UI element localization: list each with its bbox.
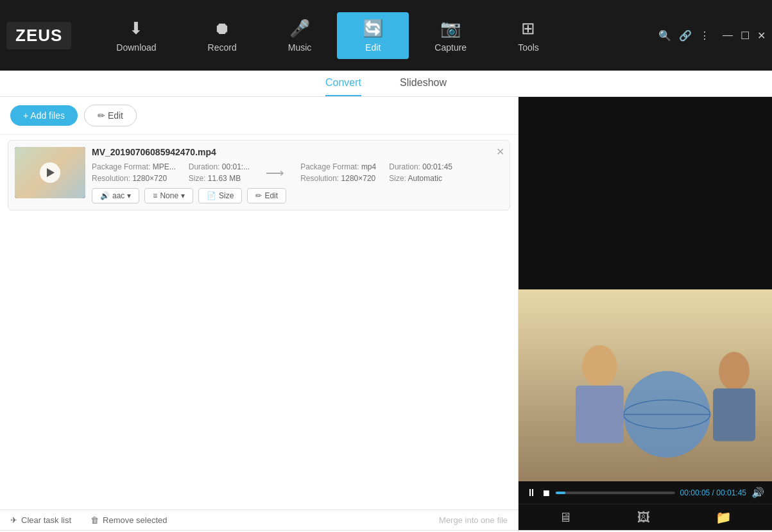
subtitle-dropdown-icon: ▾ <box>181 191 185 200</box>
nav-item-music-label: Music <box>288 42 312 53</box>
nav-item-tools[interactable]: ⊞ Tools <box>492 12 565 59</box>
nav-item-capture-label: Capture <box>434 42 467 53</box>
share-icon[interactable]: 🔗 <box>679 30 692 42</box>
time-display: 00:00:05 / 00:01:45 <box>680 488 746 497</box>
download-icon: ⬇ <box>129 19 143 39</box>
remove-label: Remove selected <box>103 515 167 525</box>
volume-button[interactable]: 🔊 <box>751 486 764 499</box>
target-resolution-val: 1280×720 <box>341 174 376 183</box>
subtitle-icon: ≡ <box>153 191 157 200</box>
preview-top-black <box>519 97 772 289</box>
nav-item-music[interactable]: 🎤 Music <box>262 12 338 59</box>
main-content: + Add files ✏ Edit MV_20190706085942470.… <box>0 97 772 530</box>
size-label: Size <box>219 191 234 200</box>
nav-item-download-label: Download <box>116 42 156 53</box>
audio-codec-btn[interactable]: 🔊 aac ▾ <box>92 188 139 203</box>
svg-rect-8 <box>713 388 755 441</box>
size-icon: 📄 <box>207 191 216 200</box>
bottom-toolbar: ✈ Clear task list 🗑 Remove selected Merg… <box>0 510 518 530</box>
add-files-button[interactable]: + Add files <box>10 105 78 126</box>
progress-row: ⏸ ⏹ 00:00:05 / 00:01:45 🔊 <box>526 486 764 499</box>
capture-icon: 📷 <box>440 19 461 39</box>
nav-item-download[interactable]: ⬇ Download <box>90 12 182 59</box>
file-name: MV_20190706085942470.mp4 <box>92 147 503 157</box>
svg-point-5 <box>582 345 617 387</box>
playback-buttons: ⏸ ⏹ <box>526 487 551 499</box>
file-info: MV_20190706085942470.mp4 Package Format:… <box>92 147 503 203</box>
left-panel: + Add files ✏ Edit MV_20190706085942470.… <box>0 97 519 530</box>
folder-icon[interactable]: 📁 <box>716 510 732 525</box>
source-size: Size: 11.63 MB <box>189 174 250 183</box>
menu-icon[interactable]: ⋮ <box>699 30 710 42</box>
stop-button[interactable]: ⏹ <box>542 488 551 498</box>
right-panel: ⏸ ⏹ 00:00:05 / 00:01:45 🔊 🖥 🖼 📁 <box>519 97 772 530</box>
playback-controls: ⏸ ⏹ 00:00:05 / 00:01:45 🔊 <box>519 481 772 504</box>
target-resolution: Resolution: 1280×720 <box>300 174 376 183</box>
tab-slideshow[interactable]: Slideshow <box>400 77 447 96</box>
edit-file-label: Edit <box>264 191 278 200</box>
nav-items-container: ⬇ Download ⏺ Record 🎤 Music 🔄 Edit 📷 Cap… <box>90 12 658 59</box>
close-btn[interactable]: ✕ <box>757 30 766 42</box>
top-navigation: ZEUS ⬇ Download ⏺ Record 🎤 Music 🔄 Edit … <box>0 0 772 71</box>
nav-item-edit[interactable]: 🔄 Edit <box>337 12 409 59</box>
meta-section: Package Format: MPE... Resolution: 1280×… <box>92 162 503 183</box>
file-close-button[interactable]: ✕ <box>496 146 504 158</box>
progress-fill <box>556 492 565 494</box>
source-resolution-val: 1280×720 <box>132 174 167 183</box>
clear-icon: ✈ <box>10 515 17 525</box>
clear-task-list-button[interactable]: ✈ Clear task list <box>10 515 71 525</box>
edit-file-btn[interactable]: ✏ Edit <box>247 188 286 203</box>
minimize-btn[interactable]: — <box>723 30 733 41</box>
nav-item-capture[interactable]: 📷 Capture <box>409 12 492 59</box>
audio-codec-label: aac <box>112 191 124 200</box>
source-format-val: MPE... <box>153 162 176 171</box>
pause-button[interactable]: ⏸ <box>526 487 536 499</box>
target-meta: Package Format: mp4 Resolution: 1280×720 <box>300 162 376 183</box>
source-resolution: Resolution: 1280×720 <box>92 174 176 183</box>
source-package-format: Package Format: MPE... <box>92 162 176 171</box>
target-package-format: Package Format: mp4 <box>300 162 376 171</box>
size-btn[interactable]: 📄 Size <box>198 188 242 203</box>
preview-scene <box>519 289 772 482</box>
nav-item-edit-label: Edit <box>365 42 381 53</box>
window-controls: 🔍 🔗 ⋮ — ☐ ✕ <box>658 30 766 42</box>
audio-dropdown-icon: ▾ <box>127 191 131 200</box>
convert-arrow-icon: ⟶ <box>262 165 287 180</box>
file-list: MV_20190706085942470.mp4 Package Format:… <box>0 135 518 510</box>
svg-point-7 <box>719 352 750 390</box>
edit-button[interactable]: ✏ Edit <box>84 105 137 126</box>
subtitle-btn[interactable]: ≡ None ▾ <box>144 188 193 203</box>
target-size: Size: Automatic <box>389 174 452 183</box>
nav-item-tools-label: Tools <box>518 42 539 53</box>
nav-item-record[interactable]: ⏺ Record <box>182 12 262 59</box>
subtitle-label: None <box>160 191 178 200</box>
image-icon[interactable]: 🖼 <box>637 510 650 525</box>
total-time: 00:01:45 <box>716 488 746 497</box>
monitor-icon[interactable]: 🖥 <box>559 510 572 525</box>
table-row: MV_20190706085942470.mp4 Package Format:… <box>8 140 510 210</box>
play-button[interactable] <box>40 162 60 183</box>
app-logo: ZEUS <box>6 22 71 49</box>
maximize-btn[interactable]: ☐ <box>741 30 750 42</box>
file-toolbar: + Add files ✏ Edit <box>0 97 518 135</box>
target-duration-val: 00:01:45 <box>422 162 452 171</box>
remove-icon: 🗑 <box>90 515 99 525</box>
clear-label: Clear task list <box>21 515 71 525</box>
target-format-val: mp4 <box>361 162 376 171</box>
remove-selected-button[interactable]: 🗑 Remove selected <box>90 515 167 525</box>
file-thumbnail[interactable] <box>15 147 85 198</box>
source-meta: Package Format: MPE... Resolution: 1280×… <box>92 162 176 183</box>
source-duration: Duration: 00:01:... <box>189 162 250 171</box>
tab-convert[interactable]: Convert <box>325 77 361 96</box>
music-icon: 🎤 <box>289 19 310 39</box>
svg-rect-6 <box>576 385 624 443</box>
record-icon: ⏺ <box>214 19 230 39</box>
target-duration: Duration: 00:01:45 <box>389 162 452 171</box>
source-duration-val: 00:01:... <box>222 162 250 171</box>
progress-bar[interactable] <box>556 492 675 494</box>
file-controls: 🔊 aac ▾ ≡ None ▾ 📄 Size <box>92 188 503 203</box>
source-size-val: 11.63 MB <box>208 174 241 183</box>
preview-icon-bar: 🖥 🖼 📁 <box>519 504 772 530</box>
audio-icon: 🔊 <box>100 191 110 200</box>
search-icon[interactable]: 🔍 <box>658 30 671 42</box>
